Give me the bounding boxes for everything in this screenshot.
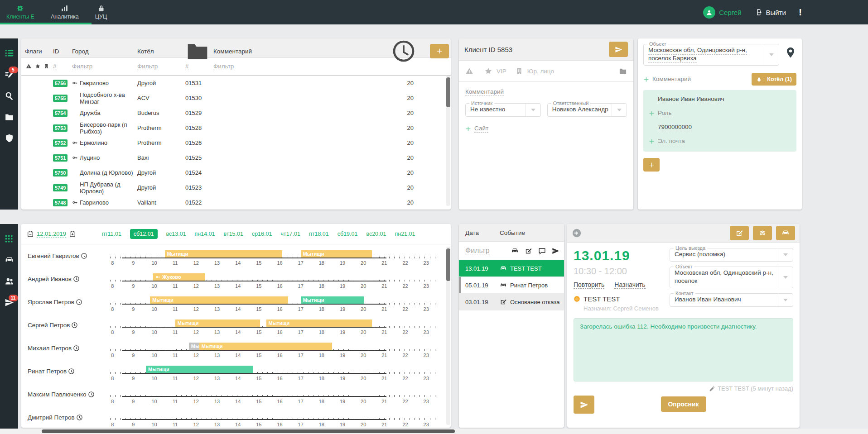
assign-link[interactable]: Назначить [614, 281, 645, 289]
chevron-down-icon[interactable] [764, 44, 779, 65]
clock-icon[interactable] [81, 253, 87, 259]
clock-icon[interactable] [71, 322, 78, 329]
search-icon[interactable] [5, 91, 14, 100]
nav-tab-clients[interactable]: Клиенты Е [6, 5, 34, 20]
grid-icon[interactable] [5, 234, 14, 243]
chevron-down-icon[interactable] [778, 248, 793, 261]
clock-icon[interactable] [76, 414, 83, 421]
add-site-link[interactable]: Сайт [474, 125, 488, 133]
event-contact-select[interactable]: Контакт Иванов Иван Иванович [670, 293, 793, 307]
purpose-select[interactable]: Цель выезда Сервис (поломка) [670, 248, 793, 262]
page-hscrollbar-track[interactable] [0, 429, 868, 434]
object-value[interactable]: Московская обл, Одинцовский р-н, поселок… [648, 47, 747, 63]
event-list-item[interactable]: 05.01.19 Ринат Петров [459, 277, 564, 294]
chevron-down-icon[interactable] [612, 104, 627, 116]
car-icon[interactable] [5, 255, 14, 265]
city-filter-input[interactable]: Фильтр [72, 63, 92, 70]
chevron-down-icon[interactable] [526, 104, 540, 116]
day-tab[interactable]: пн21.01 [395, 231, 415, 237]
shield-icon[interactable] [5, 134, 14, 143]
report-button[interactable] [753, 226, 772, 240]
chevron-down-icon[interactable] [778, 294, 793, 306]
nav-tab-cuc[interactable]: ЦУЦ [95, 5, 107, 20]
trip-car-button[interactable] [776, 226, 795, 240]
map-pin-icon[interactable] [785, 47, 796, 60]
legal-entity-label[interactable]: Юр. лицо [527, 68, 554, 75]
table-row[interactable]: 5749 НП Дубрава (д Юрлово) Другой 01523 … [21, 180, 451, 195]
warning-filter-icon[interactable] [26, 63, 32, 70]
day-tab[interactable]: вт15.01 [224, 231, 243, 237]
user-menu[interactable]: Сергей [703, 6, 741, 19]
client-comment-link[interactable]: Комментарий [465, 88, 504, 96]
day-tab[interactable]: пн14.01 [195, 231, 215, 237]
add-contact-button[interactable] [643, 158, 660, 172]
add-role-link[interactable]: Роль [658, 110, 672, 117]
folder-icon[interactable] [5, 112, 14, 122]
clock-icon[interactable] [73, 276, 80, 282]
notification-icon[interactable]: ! [799, 7, 802, 18]
schedule-bar[interactable]: Мытищи [175, 320, 260, 327]
add-email-link[interactable]: Эл. почта [658, 138, 685, 145]
nav-tab-analytics[interactable]: Аналитика [51, 5, 79, 20]
vip-label[interactable]: VIP [497, 68, 506, 75]
chevron-down-icon[interactable] [778, 267, 793, 288]
boiler-button[interactable]: Котёл (1) [752, 73, 796, 86]
responsible-select[interactable]: Ответственный Новиков Александр [547, 103, 627, 117]
car-filter-icon[interactable] [511, 247, 519, 255]
table-row[interactable]: 5755 Подсобного х-ва Минзаг ACV 01530 20 [21, 91, 451, 105]
calendar-next-icon[interactable] [69, 230, 76, 238]
expand-arrow-icon[interactable] [572, 228, 582, 238]
day-tab[interactable]: пт11.01 [102, 231, 121, 237]
schedule-bar[interactable]: Мытищи [301, 296, 364, 304]
comment-filter-input[interactable]: Фильтр [213, 63, 234, 70]
edit-event-button[interactable] [730, 226, 749, 240]
client-folder-icon[interactable] [619, 67, 627, 75]
page-hscrollbar-thumb[interactable] [42, 429, 455, 433]
building-filter-icon[interactable] [43, 63, 49, 70]
table-row[interactable]: 5750 Долина (д Юрлово) Другой 01524 20 [21, 165, 451, 180]
add-client-button[interactable] [430, 44, 449, 58]
day-tab[interactable]: ср16.01 [252, 231, 272, 237]
send-event-button[interactable] [574, 396, 594, 414]
table-row[interactable]: 5756 Гаврилово Другой 01531 20 [21, 76, 451, 91]
schedule-scrollbar-thumb[interactable] [446, 248, 450, 281]
schedule-bar[interactable]: Мытищи [266, 320, 372, 327]
table-row[interactable]: 5754 Дружба Buderus 01529 20 [21, 105, 451, 120]
object-select[interactable]: Объект Московская обл, Одинцовский р-н, … [643, 44, 779, 66]
edit-filter-icon[interactable] [525, 247, 532, 255]
clock-icon[interactable] [76, 299, 82, 305]
send-client-button[interactable] [609, 42, 628, 57]
contact-phone-link[interactable]: 7900000000 [658, 124, 692, 131]
clock-icon[interactable] [68, 368, 75, 375]
events-filter-input[interactable]: Фильтр [465, 247, 490, 254]
day-tab[interactable]: сб12.01 [130, 229, 158, 239]
clock-icon[interactable] [73, 345, 80, 352]
table-scrollbar-thumb[interactable] [446, 77, 450, 107]
table-row[interactable]: 5748 Гаврилово Vaillant 01522 20 [21, 195, 451, 210]
boiler-filter-input[interactable]: Фильтр [137, 63, 158, 70]
table-row[interactable]: 5751 Луцино Baxi 01525 20 [21, 150, 451, 165]
table-row[interactable]: 5752 Ермолино Protherm 01526 20 [21, 135, 451, 150]
legal-entity-icon[interactable] [515, 67, 523, 75]
send-filter-icon[interactable] [552, 247, 559, 255]
list-icon[interactable] [5, 48, 14, 58]
day-tab[interactable]: вс13.01 [166, 231, 186, 237]
day-tab[interactable]: пт18.01 [309, 231, 329, 237]
event-comment-box[interactable]: Загорелась ошибка 112. Необходимо произв… [574, 318, 793, 382]
status-plus-icon[interactable] [574, 296, 580, 302]
day-tab[interactable]: сб19.01 [338, 231, 358, 237]
vip-star-icon[interactable] [484, 67, 492, 75]
day-tab[interactable]: вс20.01 [366, 231, 386, 237]
star-filter-icon[interactable] [35, 63, 41, 70]
schedule-bar[interactable]: Мытищи [199, 343, 333, 350]
journal-icon[interactable]: 5 [5, 70, 14, 79]
schedule-bar[interactable]: Мытищи [165, 250, 282, 258]
calendar-prev-icon[interactable] [27, 230, 34, 238]
schedule-bar[interactable]: Жуково [153, 273, 204, 281]
contact-name-link[interactable]: Иванов Иван Иванович [658, 95, 724, 103]
schedule-bar[interactable]: Мытищи [146, 366, 253, 373]
survey-button[interactable]: Опросник [661, 396, 706, 412]
schedule-bar[interactable]: Мытищи [301, 250, 372, 258]
chat-filter-icon[interactable] [538, 247, 546, 255]
id-filter-input[interactable]: # [53, 63, 57, 70]
